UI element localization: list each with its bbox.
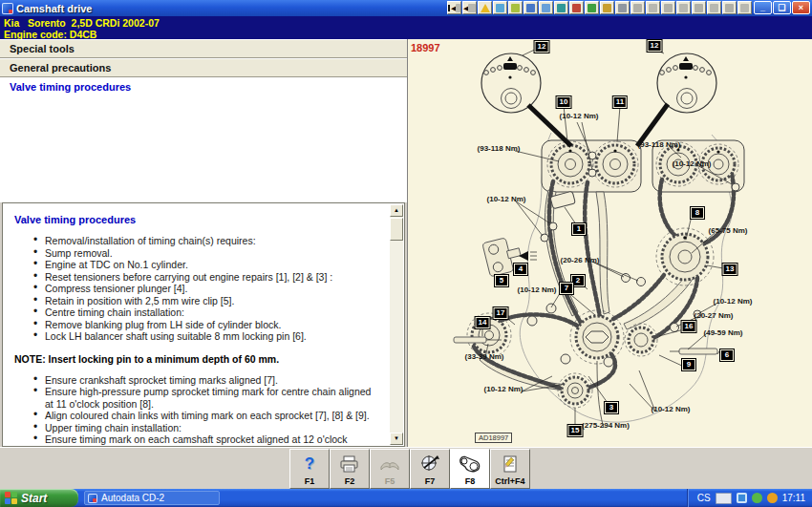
procedure-bullet: Remove blanking plug from LH side of cyl… [33,319,375,331]
vehicle-header: Kia Sorento 2,5D CRDi 2002-07 Engine cod… [0,16,812,39]
taskbar-task-autodata[interactable]: Autodata CD-2 [84,491,220,505]
airbags-icon[interactable] [630,1,645,14]
diagram-callout: 7 [561,284,572,293]
torque-label: (49-59 Nm) [704,328,743,337]
windows-flag-icon [5,492,17,504]
manual-icon [378,452,401,476]
electrics-icon[interactable] [600,1,614,14]
f1-help-button[interactable]: ? F1 [289,449,330,489]
diagram-callout: 8 [692,208,703,218]
torque-label: (10-12 Nm) [484,385,524,393]
warning-icon[interactable] [478,1,492,14]
diagram-callout: 17 [495,308,507,318]
window-controls: _ ❏ × [754,1,810,14]
torque-label: (93-118 Nm) [478,144,521,153]
network-icon[interactable] [737,493,747,503]
nav-back-icon[interactable]: ◀ [462,1,477,14]
topic-menu: Special tools General precautions Valve … [0,39,407,96]
torque-label: (10-12 Nm) [518,285,557,294]
adjustments-icon [418,452,441,476]
security-icon[interactable] [752,493,762,503]
taskbar-clock: 17:11 [782,493,805,503]
adjustments-icon[interactable] [539,1,553,14]
timing-chain-diagram [408,39,812,447]
diagram-callout: 3 [606,403,617,412]
procedure-bullet: Ensure high-pressure pump sprocket timin… [33,386,375,410]
procedures-panel: Valve timing procedures Removal/installa… [2,202,405,447]
battery-icon[interactable] [722,1,737,14]
diagram-callout: 2 [572,276,584,285]
update-icon[interactable] [767,493,778,503]
procedures-list-1: Removal/installation of timing chain(s) … [14,235,375,343]
torque-label: (93-118 Nm) [638,140,681,149]
system-tray: CS 17:11 [687,489,812,507]
diagram-callout: 1 [573,224,585,234]
notes-icon [499,452,522,476]
diagram-callout: 9 [683,360,694,370]
torque-label: (10-12 Nm) [487,195,526,203]
repair-times-icon[interactable] [524,1,538,14]
steering-icon[interactable] [676,1,691,14]
procedure-bullet: Engine at TDC on No.1 cylinder. [33,259,375,271]
timing-belts-icon[interactable] [569,1,584,14]
diagrams-icon[interactable] [615,1,630,14]
keyboard-icon[interactable] [716,493,732,504]
suspension-icon[interactable] [692,1,706,14]
torque-label: (10-12 Nm) [714,297,753,306]
nav-first-icon[interactable]: ◀ [447,1,461,14]
diagram-callout: 12 [649,41,661,51]
torque-label: (10-12 Nm) [673,159,712,168]
procedure-bullet: Upper timing chain installation: [33,422,375,434]
torque-label: (10-12 Nm) [652,405,691,413]
diagram-callout: 14 [477,318,489,327]
diagram-callout: 11 [614,97,626,107]
topic-menu-item[interactable]: Valve timing procedures [0,77,407,96]
engine-management-icon[interactable] [585,1,599,14]
procedure-bullet: Lock LH balancer shaft using suitable 8 … [33,330,375,343]
vehicle-model: Kia Sorento 2,5D CRDi 2002-07 [4,17,812,29]
wheel-alignment-icon[interactable] [554,1,568,14]
technical-data-icon[interactable] [493,1,507,14]
app-icon [2,3,13,14]
f2-print-button[interactable]: F2 [330,449,370,489]
scroll-up-icon[interactable]: ▲ [390,204,403,217]
minimize-button[interactable]: _ [754,1,772,14]
procedures-scrollbar[interactable]: ▲ ▼ [390,204,403,445]
extra-tool-icon[interactable] [737,1,752,14]
procedure-bullet: Ensure crankshaft sprocket timing marks … [33,374,375,387]
aircon-icon[interactable] [646,1,660,14]
procedure-bullet: Align coloured chain links with timing m… [33,410,375,422]
start-button[interactable]: Start [0,489,78,507]
window-title: Camshaft drive [16,3,92,14]
taskbar: Start Autodata CD-2 CS 17:11 [0,489,812,507]
diagram-callout: 5 [496,276,507,285]
procedure-bullet: Ensure timing mark on each camshaft spro… [33,433,375,447]
topic-menu-item[interactable]: General precautions [0,58,407,77]
help-icon: ? [305,452,314,476]
torque-label: (20-27 Nm) [694,311,734,320]
topic-menu-item[interactable]: Special tools [0,39,407,58]
language-indicator[interactable]: CS [697,493,711,503]
procedures-list-2: Ensure crankshaft sprocket timing marks … [14,374,375,448]
service-schedules-icon[interactable] [508,1,523,14]
titlebar: Camshaft drive ◀ ◀ [0,0,812,16]
scrollbar-thumb[interactable] [390,218,403,241]
f7-adjustments-button[interactable]: F7 [410,449,450,489]
diagram-callout: 10 [558,97,570,107]
tyres-icon[interactable] [707,1,721,14]
close-button[interactable]: × [792,1,810,14]
f5-manual-button[interactable]: F5 [370,449,410,489]
brakes-icon[interactable] [661,1,675,14]
figure-stamp: AD18997 [475,433,512,443]
torque-label: (65-75 Nm) [709,226,748,235]
scroll-down-icon[interactable]: ▼ [390,433,403,445]
procedure-bullet: Removal/installation of timing chain(s) … [33,235,375,247]
diagram-panel: 18997 [407,39,812,447]
f8-timing-belt-button[interactable]: F8 [450,449,490,489]
restore-button[interactable]: ❏ [773,1,791,14]
ctrl-f4-notes-button[interactable]: Ctrl+F4 [490,449,530,489]
procedure-bullet: Centre timing chain installation: [33,306,375,319]
procedure-bullet: Sump removal. [33,247,375,260]
timing-belt-icon [458,452,482,476]
print-icon [338,452,361,476]
